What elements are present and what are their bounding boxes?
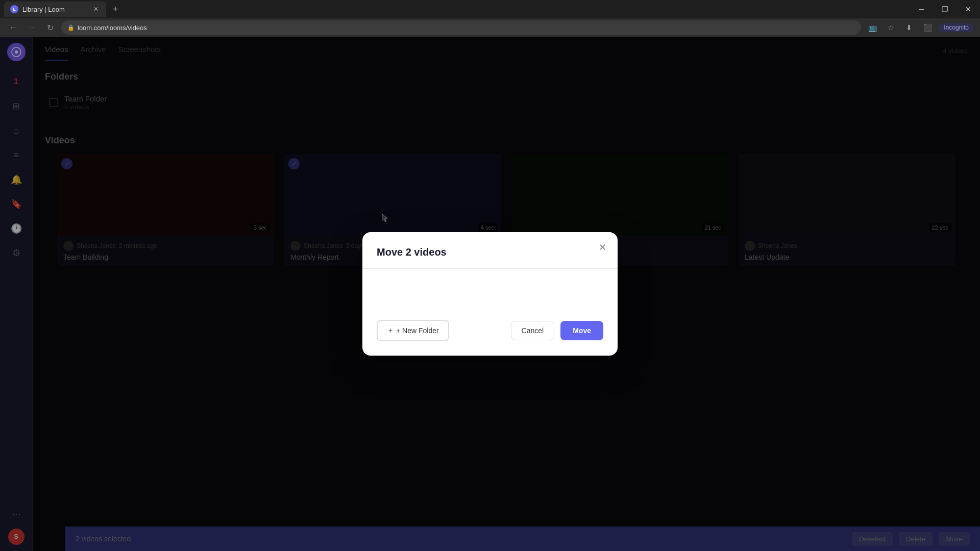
cancel-button[interactable]: Cancel bbox=[511, 321, 555, 340]
extensions-icon[interactable]: ⬛ bbox=[920, 20, 935, 35]
modal-title: Move 2 videos bbox=[377, 246, 603, 258]
download-icon[interactable]: ⬇ bbox=[902, 20, 916, 35]
browser-chrome: L Library | Loom ✕ + ─ ❐ ✕ ← → ↻ 🔒 loom.… bbox=[0, 0, 980, 37]
tab-bar: L Library | Loom ✕ + ─ ❐ ✕ bbox=[0, 0, 980, 18]
modal-close-button[interactable]: ✕ bbox=[595, 240, 609, 255]
modal-folder-list bbox=[377, 279, 603, 310]
new-folder-button[interactable]: ＋ + New Folder bbox=[377, 320, 449, 341]
window-controls: ─ ❐ ✕ bbox=[910, 0, 980, 18]
active-tab[interactable]: L Library | Loom ✕ bbox=[4, 2, 106, 17]
close-button[interactable]: ✕ bbox=[957, 0, 980, 18]
url-input[interactable]: 🔒 loom.com/looms/videos bbox=[61, 20, 861, 35]
tab-title: Library | Loom bbox=[22, 6, 65, 13]
new-folder-label: + New Folder bbox=[396, 327, 439, 335]
tab-favicon: L bbox=[10, 5, 18, 13]
modal-actions: ＋ + New Folder Cancel Move bbox=[377, 320, 603, 341]
address-bar: ← → ↻ 🔒 loom.com/looms/videos 📺 ☆ ⬇ ⬛ In… bbox=[0, 18, 980, 37]
modal-right-buttons: Cancel Move bbox=[511, 321, 603, 340]
move-modal: Move 2 videos ✕ ＋ + New Folder Cancel Mo… bbox=[362, 232, 618, 356]
restore-button[interactable]: ❐ bbox=[933, 0, 957, 18]
incognito-badge: Incognito bbox=[939, 23, 974, 32]
plus-icon: ＋ bbox=[387, 326, 394, 335]
tab-close-button[interactable]: ✕ bbox=[92, 5, 100, 13]
modal-overlay: Move 2 videos ✕ ＋ + New Folder Cancel Mo… bbox=[0, 37, 980, 551]
address-bar-icons: 📺 ☆ ⬇ ⬛ Incognito bbox=[865, 20, 974, 35]
minimize-button[interactable]: ─ bbox=[910, 0, 933, 18]
refresh-button[interactable]: ↻ bbox=[43, 20, 57, 35]
modal-divider bbox=[362, 268, 618, 269]
new-tab-button[interactable]: + bbox=[108, 2, 122, 16]
lock-icon: 🔒 bbox=[67, 24, 75, 31]
app-container: 1 ⊞ ⌂ ≡ 🔔 🔖 🕐 ⚙ ⋯ S Videos Archive Scree… bbox=[0, 37, 980, 551]
back-button[interactable]: ← bbox=[6, 20, 20, 35]
move-confirm-button[interactable]: Move bbox=[560, 321, 603, 340]
forward-button[interactable]: → bbox=[24, 20, 39, 35]
cast-icon[interactable]: 📺 bbox=[865, 20, 879, 35]
url-text: loom.com/looms/videos bbox=[78, 24, 147, 32]
star-icon[interactable]: ☆ bbox=[884, 20, 898, 35]
